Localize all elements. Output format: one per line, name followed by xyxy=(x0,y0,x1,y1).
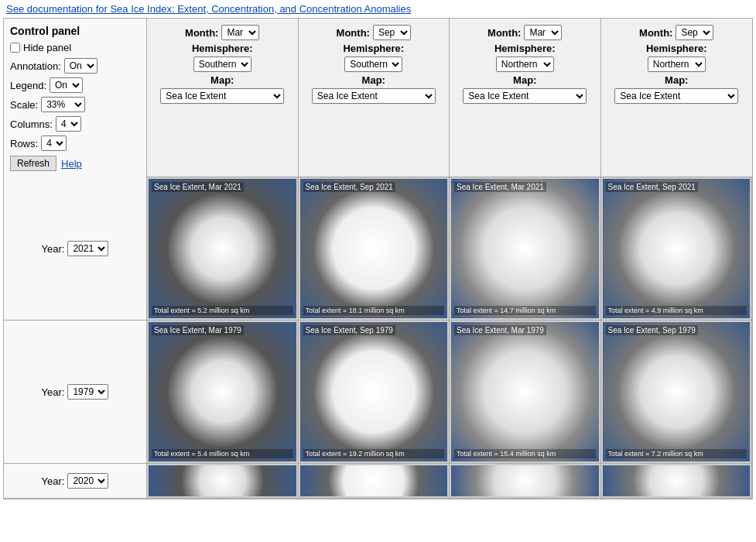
map-footer-1-1: Total extent = 19.2 million sq km xyxy=(303,449,445,458)
column-header-0: Month: JanFebMarAprMayJunJulAugSepOctNov… xyxy=(147,19,299,177)
year-label-0: Year: xyxy=(42,243,65,255)
month-label-3: Month: xyxy=(639,27,672,39)
rows-row: Rows: 123456 xyxy=(10,136,140,151)
hemisphere-select-row-2: NorthernSouthern xyxy=(456,57,594,72)
rows-label: Rows: xyxy=(10,138,38,149)
map-label-3: Map: xyxy=(665,74,688,86)
column-header-1: Month: JanFebMarAprMayJunJulAugSepOctNov… xyxy=(299,19,450,177)
hemisphere-select-row-1: NorthernSouthern xyxy=(305,57,443,72)
map-footer-1-0: Total extent = 5.4 million sq km xyxy=(152,449,293,458)
month-row-2: Month: JanFebMarAprMayJunJulAugSepOctNov… xyxy=(456,25,594,40)
map-image-1-2[interactable]: Sea Ice Extent, Mar 1979 Total extent = … xyxy=(451,322,599,461)
map-cell-0-1: Sea Ice Extent, Sep 2021 Total extent = … xyxy=(299,177,450,321)
control-panel-title: Control panel xyxy=(10,25,140,37)
rows-select[interactable]: 123456 xyxy=(41,136,67,151)
hemisphere-select-2[interactable]: NorthernSouthern xyxy=(496,57,554,72)
map-cell-1-3: Sea Ice Extent, Sep 1979 Total extent = … xyxy=(601,321,753,464)
month-select-0[interactable]: JanFebMarAprMayJunJulAugSepOctNovDec xyxy=(221,25,259,40)
map-image-1-0[interactable]: Sea Ice Extent, Mar 1979 Total extent = … xyxy=(149,322,296,461)
map-image-0-0[interactable]: Sea Ice Extent, Mar 2021 Total extent = … xyxy=(149,179,296,318)
map-select-2[interactable]: Sea Ice ExtentSea Ice ConcentrationConce… xyxy=(463,88,587,104)
main-grid: Control panel Hide panel Annotation: On … xyxy=(3,18,753,499)
map-label-1: Map: xyxy=(362,74,385,86)
hide-panel-label: Hide panel xyxy=(10,42,140,53)
map-cell-1-0: Sea Ice Extent, Mar 1979 Total extent = … xyxy=(147,321,299,464)
month-row-1: Month: JanFebMarAprMayJunJulAugSepOctNov… xyxy=(305,25,443,40)
annotation-select[interactable]: On Off xyxy=(64,58,97,74)
year-select-2[interactable]: 1979198019811982198319841985198619871988… xyxy=(67,473,108,489)
year-row-1: Year: 1979198019811982198319841985198619… xyxy=(42,384,109,400)
year-select-1[interactable]: 1979198019811982198319841985198619871988… xyxy=(67,384,108,400)
map-footer-0-1: Total extent = 18.1 million sq km xyxy=(303,306,445,315)
month-row-3: Month: JanFebMarAprMayJunJulAugSepOctNov… xyxy=(607,25,747,40)
map-title-0-2: Sea Ice Extent, Mar 2021 xyxy=(454,182,546,192)
hemisphere-select-0[interactable]: NorthernSouthern xyxy=(193,57,251,72)
legend-label: Legend: xyxy=(10,80,46,91)
hemisphere-select-row-3: NorthernSouthern xyxy=(607,57,747,72)
hemisphere-select-row-0: NorthernSouthern xyxy=(153,57,292,72)
scale-row: Scale: 25% 33% 50% 75% 100% xyxy=(10,97,140,112)
map-select-3[interactable]: Sea Ice ExtentSea Ice ConcentrationConce… xyxy=(614,88,738,104)
hemisphere-select-3[interactable]: NorthernSouthern xyxy=(648,57,706,72)
map-cell-1-1: Sea Ice Extent, Sep 1979 Total extent = … xyxy=(299,321,450,464)
map-title-0-1: Sea Ice Extent, Sep 2021 xyxy=(303,182,395,192)
year-label-cell-1: Year: 1979198019811982198319841985198619… xyxy=(4,321,147,464)
columns-select[interactable]: 123456 xyxy=(56,116,81,132)
month-select-2[interactable]: JanFebMarAprMayJunJulAugSepOctNovDec xyxy=(524,25,562,40)
map-cell-partial-2-1 xyxy=(299,464,450,499)
map-image-2-3[interactable] xyxy=(603,465,751,496)
map-image-2-1[interactable] xyxy=(300,465,448,496)
map-cell-partial-2-0 xyxy=(147,464,299,499)
map-select-0[interactable]: Sea Ice ExtentSea Ice ConcentrationConce… xyxy=(160,88,284,104)
map-footer-1-3: Total extent = 7.2 million sq km xyxy=(606,449,747,458)
month-row-0: Month: JanFebMarAprMayJunJulAugSepOctNov… xyxy=(153,25,292,40)
legend-select[interactable]: On Off xyxy=(50,77,83,93)
hemisphere-label-1: Hemisphere: xyxy=(343,43,404,54)
map-footer-0-2: Total extent = 14.7 million sq km xyxy=(454,306,596,315)
map-select-row-1: Sea Ice ExtentSea Ice ConcentrationConce… xyxy=(305,88,443,104)
doc-link[interactable]: See documentation for Sea Ice Index: Ext… xyxy=(6,3,411,15)
map-select-row-2: Sea Ice ExtentSea Ice ConcentrationConce… xyxy=(456,88,594,104)
map-footer-0-3: Total extent = 4.9 million sq km xyxy=(606,306,747,315)
hemisphere-row-3: Hemisphere: xyxy=(607,43,747,54)
map-label-2: Map: xyxy=(513,74,536,86)
hide-panel-checkbox[interactable] xyxy=(10,43,20,53)
map-title-1-3: Sea Ice Extent, Sep 1979 xyxy=(606,325,698,335)
month-label-2: Month: xyxy=(487,27,521,39)
hemisphere-label-2: Hemisphere: xyxy=(494,43,556,54)
map-title-1-1: Sea Ice Extent, Sep 1979 xyxy=(303,325,395,335)
map-image-2-2[interactable] xyxy=(451,465,599,496)
column-header-3: Month: JanFebMarAprMayJunJulAugSepOctNov… xyxy=(601,19,753,177)
hemisphere-select-1[interactable]: NorthernSouthern xyxy=(344,57,402,72)
map-cell-partial-2-3 xyxy=(601,464,753,499)
month-label-0: Month: xyxy=(185,27,218,39)
map-label-0: Map: xyxy=(210,74,234,86)
map-title-0-3: Sea Ice Extent, Sep 2021 xyxy=(606,182,698,192)
help-button[interactable]: Help xyxy=(61,156,82,171)
hemisphere-label-0: Hemisphere: xyxy=(192,43,253,54)
scale-label: Scale: xyxy=(10,99,38,111)
columns-row: Columns: 123456 xyxy=(10,116,140,132)
scale-select[interactable]: 25% 33% 50% 75% 100% xyxy=(41,97,85,112)
map-select-1[interactable]: Sea Ice ExtentSea Ice ConcentrationConce… xyxy=(312,88,436,104)
map-image-1-3[interactable]: Sea Ice Extent, Sep 1979 Total extent = … xyxy=(603,322,751,461)
map-image-0-2[interactable]: Sea Ice Extent, Mar 2021 Total extent = … xyxy=(451,179,599,318)
column-header-2: Month: JanFebMarAprMayJunJulAugSepOctNov… xyxy=(450,19,601,177)
map-image-1-1[interactable]: Sea Ice Extent, Sep 1979 Total extent = … xyxy=(300,322,448,461)
map-select-row-3: Sea Ice ExtentSea Ice ConcentrationConce… xyxy=(607,88,747,104)
map-image-2-0[interactable] xyxy=(149,465,296,496)
year-row-0: Year: 1979198019811982198319841985198619… xyxy=(42,241,109,256)
columns-label: Columns: xyxy=(10,118,53,130)
map-title-0-0: Sea Ice Extent, Mar 2021 xyxy=(152,182,244,192)
year-label-cell-2: Year: 1979198019811982198319841985198619… xyxy=(4,464,147,499)
map-image-0-1[interactable]: Sea Ice Extent, Sep 2021 Total extent = … xyxy=(300,179,448,318)
map-row-3: Map: xyxy=(607,74,747,86)
month-select-1[interactable]: JanFebMarAprMayJunJulAugSepOctNovDec xyxy=(373,25,411,40)
refresh-button[interactable]: Refresh xyxy=(10,156,56,171)
year-label-1: Year: xyxy=(42,386,65,398)
legend-row: Legend: On Off xyxy=(10,77,140,93)
month-select-3[interactable]: JanFebMarAprMayJunJulAugSepOctNovDec xyxy=(676,25,713,40)
year-select-0[interactable]: 1979198019811982198319841985198619871988… xyxy=(67,241,108,256)
map-row-1: Map: xyxy=(305,74,443,86)
map-image-0-3[interactable]: Sea Ice Extent, Sep 2021 Total extent = … xyxy=(603,179,751,318)
